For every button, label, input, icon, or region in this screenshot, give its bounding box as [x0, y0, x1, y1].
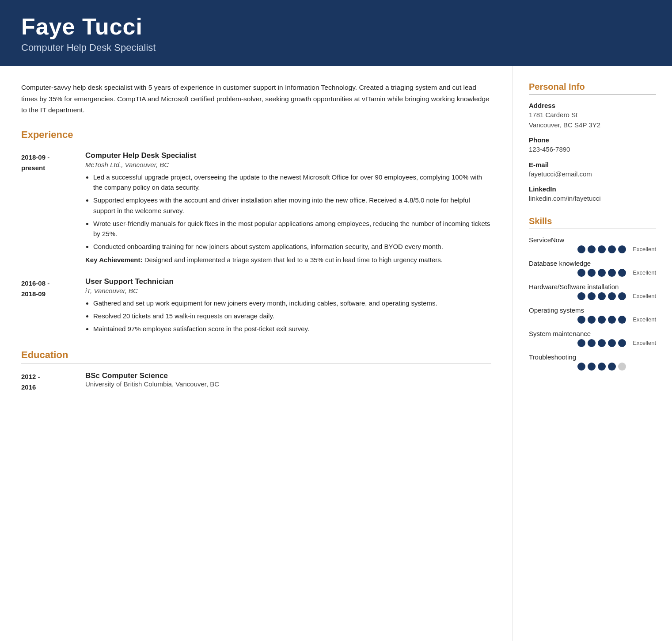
skill-name: System maintenance [529, 330, 656, 337]
bullet: Gathered and set up work equipment for n… [93, 298, 491, 308]
skill-dot [577, 292, 585, 300]
bullet: Maintained 97% employee satisfaction sco… [93, 324, 491, 334]
skill-dot [598, 269, 606, 277]
skill-dot [618, 245, 626, 253]
exp-date: 2018-09 -present [21, 151, 85, 265]
address-label: Address [529, 102, 656, 109]
skill-level: Excellent [630, 293, 656, 299]
skill-name: ServiceNow [529, 236, 656, 244]
skill-dot [598, 292, 606, 300]
skill-level: Excellent [630, 246, 656, 252]
skill-dot [608, 292, 616, 300]
skill-dots [577, 339, 626, 347]
candidate-title: Computer Help Desk Specialist [21, 42, 651, 54]
skill-dots [577, 363, 626, 371]
skill-dots-row: Excellent [529, 316, 656, 324]
skills-list: ServiceNow Excellent Database knowledge … [529, 236, 656, 371]
edu-content: BSc Computer Science University of Briti… [85, 371, 219, 393]
skills-section-title: Skills [529, 216, 656, 229]
skill-dot [588, 292, 596, 300]
education-list: 2012 -2016 BSc Computer Science Universi… [21, 371, 491, 393]
exp-content: User Support Technician iT, Vancouver, B… [85, 277, 491, 337]
skill-name: Hardware/Software installation [529, 283, 656, 290]
skill-name: Database knowledge [529, 260, 656, 267]
skill-item-2: Hardware/Software installation Excellent [529, 283, 656, 300]
linkedin-value: linkedin.com/in/fayetucci [529, 194, 656, 204]
skill-dot [608, 245, 616, 253]
main-layout: Computer-savvy help desk specialist with… [0, 66, 672, 641]
linkedin-label: LinkedIn [529, 185, 656, 193]
skill-dots [577, 245, 626, 253]
skill-dot [608, 316, 616, 324]
education-entry-0: 2012 -2016 BSc Computer Science Universi… [21, 371, 491, 393]
exp-content: Computer Help Desk Specialist McTosh Ltd… [85, 151, 491, 265]
skill-name: Troubleshooting [529, 353, 656, 361]
skill-dot [577, 339, 585, 347]
bullet: Conducted onboarding training for new jo… [93, 241, 491, 252]
skill-dot [618, 292, 626, 300]
skill-item-5: Troubleshooting [529, 353, 656, 371]
skill-dot [577, 269, 585, 277]
left-column: Computer-savvy help desk specialist with… [0, 66, 513, 641]
bullet: Wrote user-friendly manuals for quick fi… [93, 218, 491, 239]
skill-dot [608, 269, 616, 277]
skill-name: Operating systems [529, 306, 656, 314]
skill-dots-row: Excellent [529, 245, 656, 253]
skill-dots [577, 269, 626, 277]
skill-dot [588, 269, 596, 277]
skill-item-3: Operating systems Excellent [529, 306, 656, 324]
skill-dot [588, 363, 596, 371]
skill-dots-row [529, 363, 656, 371]
skill-dot [618, 339, 626, 347]
phone-value: 123-456-7890 [529, 145, 656, 155]
skill-item-4: System maintenance Excellent [529, 330, 656, 347]
edu-date: 2012 -2016 [21, 371, 85, 393]
skill-dot [598, 339, 606, 347]
company: iT, Vancouver, BC [85, 287, 491, 294]
experience-entry-1: 2016-08 -2018-09 User Support Technician… [21, 277, 491, 337]
exp-date: 2016-08 -2018-09 [21, 277, 85, 337]
bullet: Supported employees with the account and… [93, 195, 491, 216]
job-title: Computer Help Desk Specialist [85, 151, 491, 160]
job-title: User Support Technician [85, 277, 491, 286]
degree: BSc Computer Science [85, 371, 219, 380]
address-value: 1781 Cardero StVancouver, BC S4P 3Y2 [529, 110, 656, 130]
skill-dot [577, 245, 585, 253]
skill-dot [588, 339, 596, 347]
skill-dots-row: Excellent [529, 269, 656, 277]
skill-dots [577, 292, 626, 300]
skill-dot [618, 316, 626, 324]
skill-dot [608, 363, 616, 371]
school: University of British Columbia, Vancouve… [85, 380, 219, 388]
skill-dot [608, 339, 616, 347]
skill-dot [588, 316, 596, 324]
skill-dots [577, 316, 626, 324]
bullet: Resolved 20 tickets and 15 walk-in reque… [93, 311, 491, 321]
personal-info-title: Personal Info [529, 82, 656, 95]
skill-dot [618, 269, 626, 277]
skill-dot [577, 316, 585, 324]
summary-text: Computer-savvy help desk specialist with… [21, 82, 491, 116]
skill-dots-row: Excellent [529, 339, 656, 347]
skill-dot [598, 245, 606, 253]
skill-dot [598, 363, 606, 371]
skill-dot [588, 245, 596, 253]
key-achievement: Key Achievement: Designed and implemente… [85, 255, 491, 265]
experience-entry-0: 2018-09 -present Computer Help Desk Spec… [21, 151, 491, 265]
company: McTosh Ltd., Vancouver, BC [85, 161, 491, 168]
email-value: fayetucci@email.com [529, 169, 656, 180]
skill-level: Excellent [630, 316, 656, 323]
skill-item-0: ServiceNow Excellent [529, 236, 656, 253]
candidate-name: Faye Tucci [21, 14, 651, 39]
experience-section-title: Experience [21, 129, 491, 143]
experience-list: 2018-09 -present Computer Help Desk Spec… [21, 151, 491, 337]
skill-dot [598, 316, 606, 324]
skill-level: Excellent [630, 340, 656, 346]
resume-header: Faye Tucci Computer Help Desk Specialist [0, 0, 672, 66]
skill-dots-row: Excellent [529, 292, 656, 300]
bullet: Led a successful upgrade project, overse… [93, 172, 491, 193]
education-section-title: Education [21, 349, 491, 363]
skill-level: Excellent [630, 269, 656, 276]
email-label: E-mail [529, 161, 656, 168]
skill-dot [618, 363, 626, 371]
